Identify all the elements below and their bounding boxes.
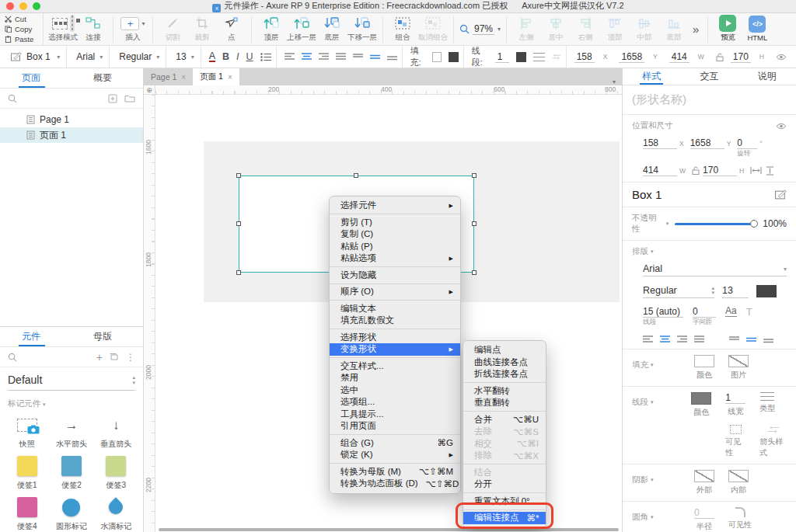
outer-shadow-swatch[interactable]: [694, 470, 714, 482]
line-type-icon[interactable]: [760, 392, 774, 401]
menu-item[interactable]: 粘贴选项▶: [330, 252, 460, 265]
menu-item[interactable]: 转换为母版 (M)⌥⇧⌘M: [330, 466, 460, 478]
bring-to-front-button[interactable]: 顶层: [257, 16, 285, 43]
add-folder-icon[interactable]: [124, 94, 135, 103]
connect-button[interactable]: 连接: [79, 16, 107, 43]
library-stack-icon[interactable]: [109, 353, 120, 361]
page-list-item[interactable]: Page 1: [0, 112, 143, 127]
visibility-eye-icon[interactable]: [776, 54, 787, 61]
library-select[interactable]: Default ▴▾: [8, 369, 135, 391]
crop-button[interactable]: 裁剪: [188, 16, 216, 43]
widget-item[interactable]: 便签1: [5, 455, 49, 491]
text-align-right-icon[interactable]: [677, 336, 687, 343]
x-field[interactable]: 158: [574, 51, 595, 63]
font-family-select[interactable]: Arial ▾: [70, 46, 110, 68]
menu-item[interactable]: 转换为动态面板 (D)⌥⇧⌘D: [330, 478, 460, 490]
zoom-control[interactable]: 97% ▾: [459, 23, 501, 35]
kebab-menu-icon[interactable]: ⋮: [126, 352, 135, 363]
text-valign-top-icon[interactable]: [353, 54, 363, 61]
widget-item[interactable]: 圆形标记: [49, 496, 93, 532]
menu-item[interactable]: 编辑连接点⌘*: [463, 512, 546, 524]
tab-outline[interactable]: 概要: [72, 68, 143, 88]
text-align-center-icon[interactable]: [302, 53, 312, 61]
search-icon[interactable]: [8, 94, 17, 103]
minimize-window-button[interactable]: [19, 2, 27, 10]
lock-ratio-icon[interactable]: [692, 166, 700, 175]
resize-handle-e[interactable]: [472, 221, 477, 226]
edit-style-icon[interactable]: [775, 190, 787, 200]
align-left-button[interactable]: 左侧: [512, 16, 540, 43]
resize-handle-se[interactable]: [472, 270, 477, 275]
text-align-center-icon[interactable]: [660, 336, 670, 343]
resize-handle-nw[interactable]: [236, 173, 241, 178]
menu-item[interactable]: 粘贴 (P): [330, 241, 460, 253]
x-field[interactable]: 158: [643, 137, 677, 149]
widget-item[interactable]: 便签4: [5, 496, 49, 532]
font-weight-select[interactable]: Regular ▾: [113, 46, 166, 68]
text-valign-middle-icon[interactable]: [746, 336, 756, 343]
tab-pages[interactable]: 页面: [0, 68, 72, 88]
document-tab[interactable]: 页面 1×: [193, 68, 239, 85]
text-align-left-icon[interactable]: [643, 336, 653, 343]
text-color-button[interactable]: A: [209, 51, 215, 62]
y-field[interactable]: 1658: [690, 137, 724, 149]
opacity-slider[interactable]: [675, 223, 756, 225]
menu-item[interactable]: 选择形状: [330, 332, 460, 344]
menu-item[interactable]: 垂直翻转: [463, 397, 546, 409]
tab-notes[interactable]: 说明: [738, 68, 796, 85]
group-button[interactable]: 组合: [389, 16, 417, 43]
text-align-justify-icon[interactable]: [336, 53, 346, 61]
text-valign-top-icon[interactable]: [729, 336, 739, 343]
widget-item[interactable]: ↓垂直箭头: [94, 414, 138, 450]
opacity-slider-knob[interactable]: [750, 220, 758, 228]
resize-handle-ne[interactable]: [472, 173, 477, 178]
menu-item[interactable]: 选择元件▶: [330, 200, 460, 212]
maximize-window-button[interactable]: [33, 2, 40, 10]
w-field[interactable]: 414: [643, 165, 677, 176]
menu-item[interactable]: 编辑文本: [330, 303, 460, 315]
visibility-eye-icon[interactable]: [776, 123, 787, 130]
h-field[interactable]: 170: [703, 165, 737, 176]
lock-ratio-icon[interactable]: [716, 53, 724, 61]
menu-item[interactable]: 水平翻转: [463, 385, 546, 398]
menu-item[interactable]: 重置文本到 0°: [463, 495, 546, 508]
menu-item[interactable]: 选项组...: [330, 396, 460, 409]
line-spacing-field[interactable]: 15 (auto): [643, 306, 683, 318]
text-align-right-icon[interactable]: [319, 53, 329, 61]
send-to-back-button[interactable]: 底层: [318, 16, 346, 43]
italic-button[interactable]: I: [236, 51, 239, 62]
line-width-field[interactable]: 1: [725, 392, 745, 404]
widget-item[interactable]: 快照: [5, 414, 49, 450]
h-field[interactable]: 170: [731, 51, 751, 63]
tab-list-button[interactable]: ▾: [613, 78, 622, 85]
menu-item[interactable]: 顺序 (O)▶: [330, 286, 460, 298]
menu-item[interactable]: 工具提示...: [330, 409, 460, 421]
arrow-style-icon[interactable]: [767, 425, 780, 434]
resize-handle-w[interactable]: [236, 221, 241, 226]
add-widget-icon[interactable]: +: [96, 351, 103, 363]
fill-color-swatch[interactable]: [432, 52, 442, 62]
y-field[interactable]: 1658: [619, 51, 644, 63]
align-right-button[interactable]: 右侧: [571, 16, 599, 43]
menu-item[interactable]: 变换形状▶: [330, 343, 460, 356]
line-color-swatch[interactable]: [516, 52, 526, 62]
close-tab-icon[interactable]: ×: [228, 73, 232, 82]
corner-radius-field[interactable]: 0: [694, 507, 714, 519]
line-color-swatch[interactable]: [691, 392, 711, 405]
font-family-select[interactable]: Arial▾: [643, 262, 787, 276]
point-button[interactable]: 点: [218, 16, 246, 43]
text-valign-bottom-icon[interactable]: [387, 54, 397, 61]
horizontal-scrollbar[interactable]: [159, 528, 619, 531]
zoom-value[interactable]: 97%: [473, 23, 494, 35]
text-case-button[interactable]: Aa: [725, 306, 737, 317]
widget-style-select[interactable]: Box 1 ▾: [5, 46, 67, 68]
menu-item[interactable]: 交互样式...: [330, 360, 460, 373]
w-field[interactable]: 414: [669, 51, 690, 63]
font-size-select[interactable]: 13 ▾: [169, 46, 201, 68]
cut-button[interactable]: Cut: [5, 15, 43, 24]
font-weight-select[interactable]: Regular▴▾: [643, 283, 714, 298]
tab-interactions[interactable]: 交互: [680, 68, 738, 85]
inner-shadow-swatch[interactable]: [728, 470, 749, 482]
text-valign-middle-icon[interactable]: [370, 54, 380, 61]
select-mode-button[interactable]: 选择模式: [48, 16, 78, 43]
